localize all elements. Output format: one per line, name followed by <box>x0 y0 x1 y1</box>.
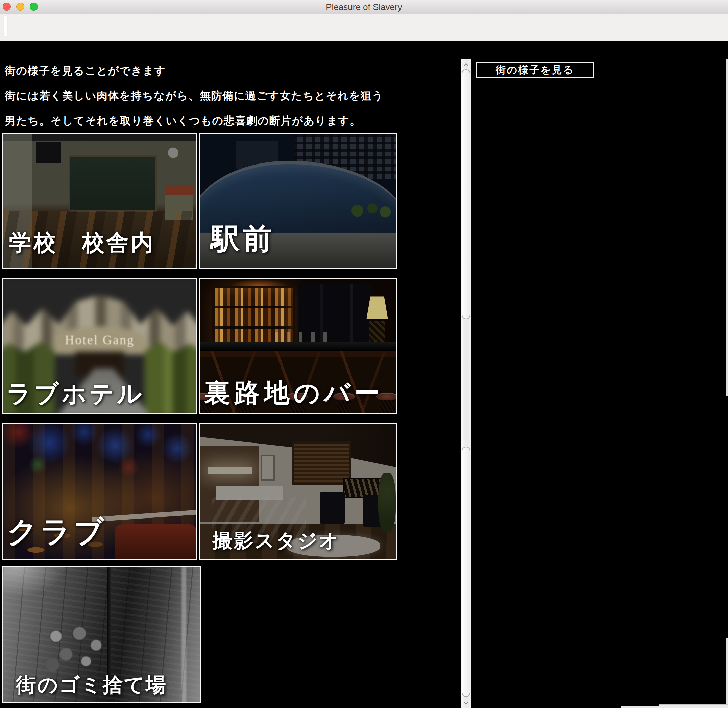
text-caret <box>4 16 7 36</box>
scrollbar[interactable] <box>461 59 471 708</box>
intro-line-2: 街には若く美しい肉体を持ちながら、無防備に過ごす女たちとそれを狙う <box>5 88 384 103</box>
tile-alley-bar[interactable]: 裏路地のバー <box>199 278 397 414</box>
tile-studio[interactable]: 撮影スタジオ <box>199 423 397 560</box>
tile-club[interactable]: クラブ <box>2 423 198 560</box>
right-edge-scrollbar-sliver <box>726 59 728 396</box>
tile-love-hotel[interactable]: Hotel Gang ラブホテル <box>2 278 198 414</box>
game-content: 街の様子を見ることができます 街には若く美しい肉体を持ちながら、無防備に過ごす女… <box>0 41 728 708</box>
view-town-button[interactable]: 街の様子を見る <box>476 62 594 78</box>
bottom-right-strip <box>659 704 728 708</box>
intro-line-1: 街の様子を見ることができます <box>5 64 166 78</box>
chevron-down-icon <box>464 701 469 705</box>
tile-label: 駅前 <box>211 219 275 259</box>
tile-dump[interactable]: 街のゴミ捨て場 <box>2 566 201 703</box>
scrollbar-thumb-upper[interactable] <box>462 69 471 319</box>
intro-line-3: 男たち。そしてそれを取り巻くいくつもの悲喜劇の断片があります。 <box>5 113 361 128</box>
right-edge-scrollbar-sliver <box>726 638 728 708</box>
scroll-up-button[interactable] <box>461 59 471 70</box>
window-titlebar: Pleasure of Slavery <box>0 0 728 14</box>
tile-label: クラブ <box>7 512 106 552</box>
tile-label: 街のゴミ捨て場 <box>16 672 167 699</box>
chevron-up-icon <box>464 63 469 66</box>
tile-label: ラブホテル <box>6 378 144 410</box>
scroll-down-button[interactable] <box>461 698 471 708</box>
tile-label: 裏路地のバー <box>205 376 384 411</box>
tile-station[interactable]: 駅前 <box>199 133 397 268</box>
scrollbar-thumb-lower[interactable] <box>462 447 471 697</box>
tile-school[interactable]: 学校 校舎内 <box>2 133 198 268</box>
tile-label: 学校 校舎内 <box>9 228 155 258</box>
toolbar <box>0 14 728 41</box>
hotel-sign: Hotel Gang <box>3 332 196 347</box>
tile-label: 撮影スタジオ <box>212 528 340 554</box>
window-title: Pleasure of Slavery <box>0 2 728 13</box>
